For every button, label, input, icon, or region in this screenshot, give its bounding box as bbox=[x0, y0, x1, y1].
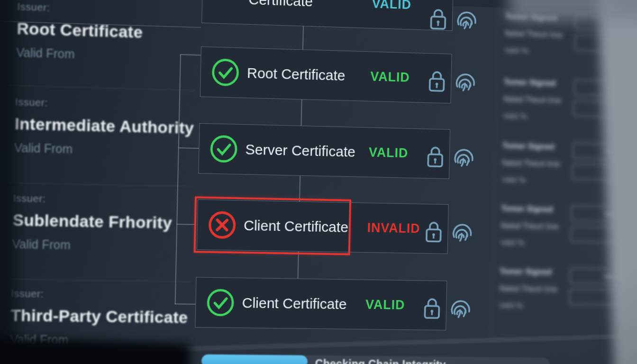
progress-fill bbox=[201, 355, 308, 364]
footer-bar: Checking Chain Integrity... bbox=[0, 0, 637, 364]
app-window: Issuer: Root Certificate Valid From Issu… bbox=[0, 0, 637, 364]
certificate-chain-screen: Issuer: Root Certificate Valid From Issu… bbox=[0, 0, 637, 364]
divider bbox=[177, 334, 636, 352]
progress-status: Checking Chain Integrity... bbox=[315, 357, 455, 364]
